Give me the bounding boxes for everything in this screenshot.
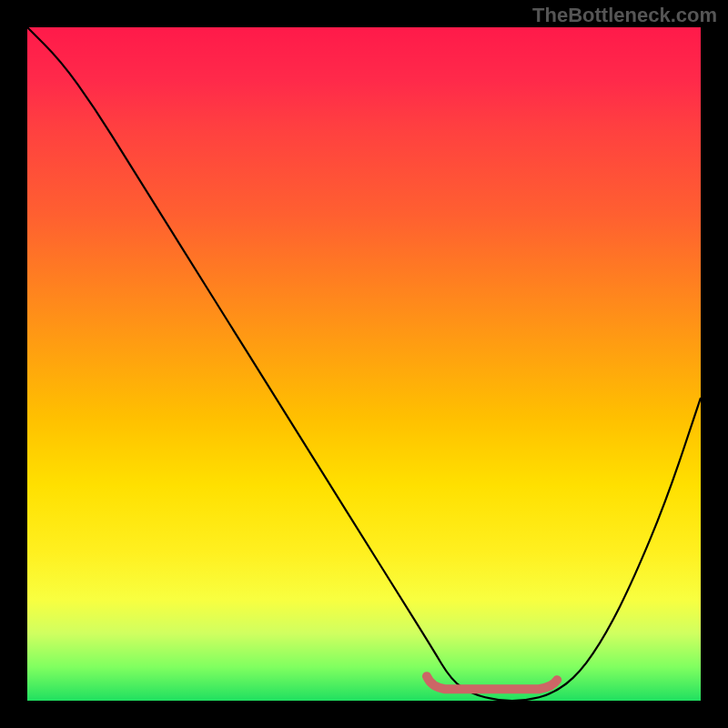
watermark-text: TheBottleneck.com [532,4,717,27]
bottleneck-curve [27,27,701,701]
chart-container [27,27,701,701]
optimal-marker [427,676,557,689]
chart-svg [27,27,701,701]
